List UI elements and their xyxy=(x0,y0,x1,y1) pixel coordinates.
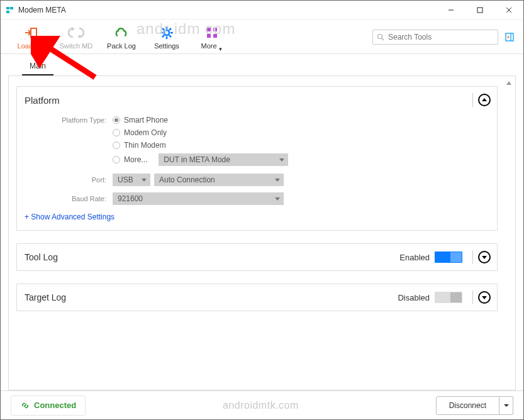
more-label: More▼ xyxy=(201,42,223,50)
svg-marker-8 xyxy=(72,27,75,31)
target-log-status: Disabled xyxy=(398,293,430,302)
target-log-title: Target Log xyxy=(25,292,398,302)
svg-rect-1 xyxy=(10,7,13,9)
settings-label: Settings xyxy=(154,42,179,50)
settings-button[interactable]: Settings xyxy=(144,23,189,50)
app-icon xyxy=(6,6,14,14)
radio-icon xyxy=(113,156,120,163)
more-mode-dropdown[interactable]: DUT in META Mode xyxy=(159,153,288,166)
statusbar: Connected androidmtk.com Disconnect xyxy=(1,390,523,419)
disconnect-dropdown[interactable] xyxy=(499,396,513,415)
svg-marker-30 xyxy=(506,81,511,85)
radio-icon xyxy=(113,116,120,124)
more-button[interactable]: More▼ xyxy=(189,23,235,50)
more-icon xyxy=(204,25,220,41)
footer-watermark: androidmtk.com xyxy=(86,400,435,411)
radio-thin-modem[interactable]: Thin Modem xyxy=(113,141,166,150)
radio-modem-only[interactable]: Modem Only xyxy=(113,128,167,137)
switch-md-label: Switch MD xyxy=(60,42,93,50)
radio-more[interactable]: More... xyxy=(113,155,147,164)
platform-title: Platform xyxy=(25,95,467,106)
disconnect-group: Disconnect xyxy=(436,396,513,415)
port-dropdown[interactable]: USB xyxy=(113,174,150,186)
platform-body: Platform Type: Smart Phone Modem Only Th… xyxy=(17,113,497,230)
svg-rect-21 xyxy=(207,34,211,38)
svg-marker-34 xyxy=(504,404,509,407)
svg-line-18 xyxy=(162,35,164,37)
baud-dropdown[interactable]: 921600 xyxy=(113,192,284,205)
tool-log-status: Enabled xyxy=(399,253,430,262)
port-label: Port: xyxy=(25,176,113,184)
search-input[interactable] xyxy=(387,32,494,42)
show-advanced-link[interactable]: + Show Advanced Settings xyxy=(25,213,114,221)
svg-rect-19 xyxy=(207,28,211,31)
baud-label: Baud Rate: xyxy=(25,195,113,202)
content-area: Main Platform Platform Type: Smar xyxy=(1,54,523,390)
target-log-expand-button[interactable] xyxy=(478,291,491,304)
tab-row: Main xyxy=(8,59,516,75)
panel-toggle-button[interactable] xyxy=(503,31,516,43)
svg-line-15 xyxy=(162,28,164,30)
tab-main[interactable]: Main xyxy=(22,59,53,75)
svg-rect-0 xyxy=(6,7,9,9)
svg-rect-20 xyxy=(213,28,217,31)
window-title: Modem META xyxy=(18,6,437,14)
platform-collapse-button[interactable] xyxy=(478,94,491,106)
load-db-icon xyxy=(23,25,39,41)
target-log-toggle[interactable] xyxy=(435,292,462,303)
svg-rect-2 xyxy=(6,11,9,13)
tool-log-title: Tool Log xyxy=(25,252,399,262)
svg-rect-22 xyxy=(213,34,217,38)
pack-log-icon xyxy=(113,25,130,41)
svg-marker-32 xyxy=(482,256,487,259)
maximize-button[interactable] xyxy=(465,1,494,19)
radio-icon xyxy=(113,141,120,149)
toolbar: Load DB Switch MD Pack Log Settings More… xyxy=(1,19,523,54)
divider xyxy=(472,290,473,304)
svg-marker-33 xyxy=(482,296,487,299)
svg-marker-9 xyxy=(77,35,81,38)
disconnect-button[interactable]: Disconnect xyxy=(436,396,499,415)
minimize-button[interactable] xyxy=(437,1,465,19)
switch-md-icon xyxy=(68,25,84,41)
search-input-wrap[interactable] xyxy=(372,30,498,45)
radio-smart-phone[interactable]: Smart Phone xyxy=(113,116,168,124)
svg-line-17 xyxy=(169,28,171,30)
platform-section: Platform Platform Type: Smart Phone Mode… xyxy=(16,86,498,231)
svg-point-23 xyxy=(378,35,382,39)
titlebar: Modem META xyxy=(1,1,523,19)
svg-marker-27 xyxy=(508,36,510,38)
svg-point-10 xyxy=(164,30,169,35)
port-connection-dropdown[interactable]: Auto Connection xyxy=(154,174,284,186)
app-window: Modem META Load DB Switch MD Pack Log xyxy=(0,0,524,420)
connection-status[interactable]: Connected xyxy=(11,395,86,416)
load-db-button[interactable]: Load DB xyxy=(8,23,53,50)
divider xyxy=(472,93,473,107)
close-button[interactable] xyxy=(494,1,523,19)
connected-label: Connected xyxy=(34,401,76,410)
settings-icon xyxy=(159,25,175,41)
scrollbar[interactable] xyxy=(505,80,513,86)
tool-log-section: Tool Log Enabled xyxy=(16,243,498,271)
pack-log-label: Pack Log xyxy=(107,42,136,50)
load-db-label: Load DB xyxy=(18,42,45,50)
target-log-header: Target Log Disabled xyxy=(17,284,497,311)
svg-line-24 xyxy=(382,38,384,40)
divider xyxy=(472,250,473,264)
radio-icon xyxy=(113,129,120,136)
switch-md-button[interactable]: Switch MD xyxy=(53,23,99,50)
link-icon xyxy=(20,401,30,411)
svg-line-16 xyxy=(169,35,171,37)
svg-rect-4 xyxy=(477,8,482,13)
tool-log-expand-button[interactable] xyxy=(478,251,491,263)
main-panel: Platform Platform Type: Smart Phone Mode… xyxy=(8,75,516,390)
platform-type-label: Platform Type: xyxy=(25,116,113,124)
search-icon xyxy=(377,33,384,41)
tool-log-header: Tool Log Enabled xyxy=(17,244,497,270)
pack-log-button[interactable]: Pack Log xyxy=(99,23,144,50)
platform-header: Platform xyxy=(17,87,497,113)
tool-log-toggle[interactable] xyxy=(435,251,462,263)
target-log-section: Target Log Disabled xyxy=(16,284,498,311)
svg-marker-31 xyxy=(482,98,487,101)
